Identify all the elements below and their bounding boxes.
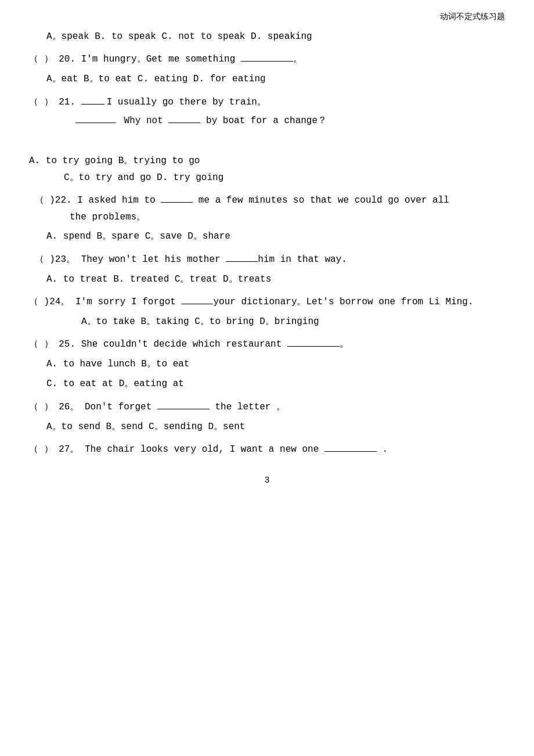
question-line-26: （ ） 26。 Don't forget the letter 。 <box>29 399 505 416</box>
question-text-after: by boat for a change？ <box>200 113 327 129</box>
options-line-22: A. spend B。spare C。save D。share <box>46 228 505 245</box>
page-container: 动词不定式练习题 A。speak B. to speak C. not to s… <box>0 0 534 756</box>
question-26: （ ） 26。 Don't forget the letter 。 A。to s… <box>29 399 505 435</box>
paren-open: （ ） <box>29 441 53 458</box>
options-line-26: A。to send B。send C。sending D。sent <box>46 418 505 435</box>
answer-blank <box>168 114 200 123</box>
options-line-23: A. to treat B. treated C。treat D。treats <box>46 271 505 288</box>
question-number: )24。 <box>38 294 75 311</box>
page-header: 动词不定式练习题 <box>29 12 505 22</box>
options-line-24: A。to take B。taking C。to bring D。bringing <box>46 313 505 330</box>
option-text: A. to try going B。trying to go <box>29 153 200 170</box>
question-text-before: They won't let his mother <box>81 251 226 268</box>
question-line-23: （ )23。 They won't let his mother him in … <box>29 251 505 268</box>
option-text: A。speak B. to speak C. not to speak D. s… <box>46 31 312 42</box>
question-25: （ ） 25. She couldn't decide which restau… <box>29 336 505 393</box>
question-text-after: him in that way. <box>258 251 347 268</box>
question-text: I usually go there by train。 <box>107 94 266 111</box>
answer-blank <box>241 52 293 62</box>
question-text-before: The chair looks very old, I want a new o… <box>85 441 324 458</box>
question-23: （ )23。 They won't let his mother him in … <box>29 251 505 288</box>
spacer <box>29 135 505 153</box>
question-27: （ ） 27。 The chair looks very old, I want… <box>29 441 505 458</box>
option-text: A。eat B。to eat C. eating D. for eating <box>46 74 266 84</box>
question-text-before: I'm hungry。Get me something <box>81 51 241 68</box>
option-text: A. to treat B. treated C。treat D。treats <box>46 274 271 285</box>
answer-blank <box>324 442 377 452</box>
continuation-text: the problems。 <box>70 212 146 222</box>
paren-open: （ ） <box>29 51 53 68</box>
question-number: 20. <box>53 51 81 68</box>
question-text-after: 。 <box>293 51 302 68</box>
option-text: C. to eat at D。eating at <box>46 379 184 389</box>
options-line-21c: C。to try and go D. try going <box>29 170 505 186</box>
question-19-options: A。speak B. to speak C. not to speak D. s… <box>29 28 505 45</box>
answer-blank <box>157 400 210 409</box>
option-text: A. to have lunch B。to eat <box>46 359 189 369</box>
answer-blank <box>181 295 213 304</box>
page-title: 动词不定式练习题 <box>440 12 505 21</box>
paren-open: （ <box>29 294 38 311</box>
options-line-25c: C. to eat at D。eating at <box>46 375 505 393</box>
question-text-after: the letter 。 <box>210 399 286 416</box>
option-text: A. spend B。spare C。save D。share <box>46 231 230 242</box>
option-text: A。to take B。taking C。to bring D。bringing <box>81 316 319 327</box>
question-line-25: （ ） 25. She couldn't decide which restau… <box>29 336 505 353</box>
question-text-before: I asked him to <box>77 192 161 209</box>
paren-open: （ <box>29 251 44 268</box>
question-text-after: 。 <box>340 336 349 353</box>
paren-open: （ ） <box>29 399 53 416</box>
options-line-20: A。eat B。to eat C. eating D. for eating <box>46 70 505 88</box>
paren-open: （ ） <box>29 94 53 111</box>
question-text-after: . <box>377 441 388 458</box>
question-text-before: Why not <box>118 113 168 129</box>
question-number: 21. <box>53 94 81 111</box>
dash-line-long <box>75 123 116 123</box>
options-line-25a: A. to have lunch B。to eat <box>46 355 505 373</box>
question-line-24: （ )24。 I'm sorry I forgot your dictionar… <box>29 294 505 311</box>
question-number: )22. <box>44 192 78 209</box>
question-20: （ ） 20. I'm hungry。Get me something 。 A。… <box>29 51 505 88</box>
page-num-text: 3 <box>264 476 269 485</box>
option-text: A。to send B。send C。sending D。sent <box>46 422 245 432</box>
question-line-21: （ ） 21. I usually go there by train。 <box>29 94 505 111</box>
question-line: （ ） 20. I'm hungry。Get me something 。 <box>29 51 505 68</box>
question-text-before: She couldn't decide which restaurant <box>81 336 287 353</box>
question-number: 27。 <box>53 441 85 458</box>
question-text-after: your dictionary。Let's borrow one from Li… <box>213 294 473 311</box>
option-text: C。to try and go D. try going <box>64 170 223 186</box>
question-number: )23。 <box>44 251 81 268</box>
question-line-22: （ )22. I asked him to me a few minutes s… <box>29 192 505 209</box>
question-text-before: I'm sorry I forgot <box>75 294 181 311</box>
dash-line <box>81 104 104 105</box>
paren-open: （ <box>29 192 44 209</box>
question-text-before: Don't forget <box>85 399 157 416</box>
answer-blank <box>226 253 258 262</box>
question-line-27: （ ） 27。 The chair looks very old, I want… <box>29 441 505 458</box>
question-line-21b: Why not by boat for a change？ <box>29 113 505 129</box>
options-line-21a: A. to try going B。trying to go <box>29 153 505 170</box>
question-22: （ )22. I asked him to me a few minutes s… <box>29 192 505 246</box>
question-21-options: A. to try going B。trying to go C。to try … <box>29 153 505 186</box>
page-number: 3 <box>29 476 505 485</box>
question-number: 26。 <box>53 399 85 416</box>
question-21: （ ） 21. I usually go there by train。 Why… <box>29 94 505 130</box>
question-number: 25. <box>53 336 81 353</box>
question-continuation-22: the problems。 <box>29 209 505 226</box>
question-24: （ )24。 I'm sorry I forgot your dictionar… <box>29 294 505 330</box>
question-text-after: me a few minutes so that we could go ove… <box>193 192 449 209</box>
options-line: A。speak B. to speak C. not to speak D. s… <box>46 28 505 45</box>
paren-open: （ ） <box>29 336 53 353</box>
answer-blank <box>287 337 340 347</box>
answer-blank <box>161 193 193 203</box>
